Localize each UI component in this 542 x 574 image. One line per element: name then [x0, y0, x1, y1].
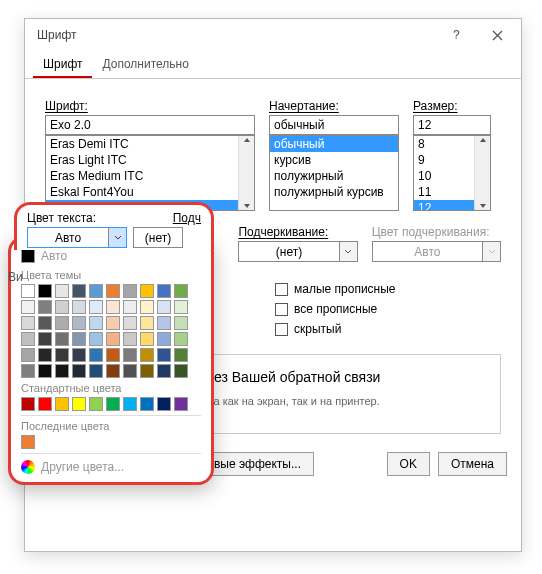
color-swatch[interactable]	[123, 348, 137, 362]
color-swatch[interactable]	[106, 332, 120, 346]
color-swatch[interactable]	[123, 316, 137, 330]
color-swatch[interactable]	[174, 364, 188, 378]
close-button[interactable]	[477, 21, 517, 49]
color-swatch[interactable]	[174, 397, 188, 411]
list-item[interactable]: Eras Demi ITC	[46, 136, 254, 152]
color-swatch[interactable]	[38, 300, 52, 314]
more-colors[interactable]: Другие цвета...	[21, 458, 201, 476]
color-swatch[interactable]	[21, 364, 35, 378]
color-swatch[interactable]	[174, 332, 188, 346]
color-swatch[interactable]	[38, 348, 52, 362]
color-swatch[interactable]	[72, 316, 86, 330]
color-swatch[interactable]	[123, 332, 137, 346]
color-swatch[interactable]	[106, 300, 120, 314]
color-swatch[interactable]	[72, 284, 86, 298]
color-swatch[interactable]	[38, 284, 52, 298]
checkbox-smallcaps[interactable]: малые прописные	[275, 282, 396, 296]
color-swatch[interactable]	[21, 284, 35, 298]
scrollbar[interactable]	[238, 136, 254, 210]
color-swatch[interactable]	[174, 300, 188, 314]
help-button[interactable]: ?	[437, 21, 477, 49]
ok-button[interactable]: OK	[387, 452, 430, 476]
color-swatch[interactable]	[21, 316, 35, 330]
color-swatch[interactable]	[123, 284, 137, 298]
color-text-combo[interactable]: Авто	[27, 227, 127, 248]
color-swatch[interactable]	[38, 332, 52, 346]
list-item[interactable]: полужирный курсив	[270, 184, 398, 200]
color-swatch[interactable]	[157, 348, 171, 362]
color-swatch[interactable]	[72, 300, 86, 314]
color-swatch[interactable]	[72, 348, 86, 362]
color-swatch[interactable]	[157, 316, 171, 330]
color-swatch[interactable]	[72, 397, 86, 411]
tab-font[interactable]: Шрифт	[33, 53, 92, 78]
color-swatch[interactable]	[21, 435, 35, 449]
list-item[interactable]: полужирный	[270, 168, 398, 184]
color-swatch[interactable]	[55, 397, 69, 411]
underline-mini-combo[interactable]: (нет)	[133, 227, 183, 248]
color-swatch[interactable]	[21, 332, 35, 346]
cancel-button[interactable]: Отмена	[438, 452, 507, 476]
color-swatch[interactable]	[140, 300, 154, 314]
tab-advanced[interactable]: Дополнительно	[92, 53, 198, 78]
color-swatch[interactable]	[89, 300, 103, 314]
list-item[interactable]: Eskal Font4You	[46, 184, 254, 200]
color-swatch[interactable]	[123, 364, 137, 378]
color-swatch[interactable]	[21, 397, 35, 411]
color-swatch[interactable]	[174, 348, 188, 362]
color-swatch[interactable]	[55, 348, 69, 362]
color-swatch[interactable]	[140, 364, 154, 378]
color-swatch[interactable]	[89, 316, 103, 330]
color-swatch[interactable]	[106, 316, 120, 330]
color-swatch[interactable]	[106, 348, 120, 362]
color-swatch[interactable]	[89, 348, 103, 362]
list-item[interactable]: курсив	[270, 152, 398, 168]
color-swatch[interactable]	[157, 284, 171, 298]
color-swatch[interactable]	[140, 316, 154, 330]
style-listbox[interactable]: обычный курсив полужирный полужирный кур…	[269, 135, 399, 211]
color-swatch[interactable]	[55, 316, 69, 330]
list-item[interactable]: Eras Medium ITC	[46, 168, 254, 184]
font-input[interactable]	[45, 115, 255, 135]
list-item[interactable]: Eras Light ITC	[46, 152, 254, 168]
color-swatch[interactable]	[21, 348, 35, 362]
color-swatch[interactable]	[55, 332, 69, 346]
color-swatch[interactable]	[157, 300, 171, 314]
underline-combo[interactable]: (нет)	[238, 241, 357, 262]
list-item[interactable]: обычный	[270, 136, 398, 152]
color-swatch[interactable]	[157, 364, 171, 378]
color-swatch[interactable]	[106, 284, 120, 298]
scrollbar[interactable]	[474, 136, 490, 210]
color-swatch[interactable]	[157, 332, 171, 346]
color-swatch[interactable]	[140, 397, 154, 411]
color-swatch[interactable]	[89, 284, 103, 298]
color-swatch[interactable]	[174, 284, 188, 298]
color-swatch[interactable]	[38, 397, 52, 411]
color-swatch[interactable]	[89, 364, 103, 378]
color-swatch[interactable]	[140, 348, 154, 362]
color-swatch[interactable]	[89, 397, 103, 411]
color-swatch[interactable]	[55, 300, 69, 314]
checkbox-hidden[interactable]: скрытый	[275, 322, 396, 336]
color-swatch[interactable]	[89, 332, 103, 346]
color-swatch[interactable]	[106, 364, 120, 378]
color-swatch[interactable]	[38, 364, 52, 378]
size-listbox[interactable]: 8 9 10 11 12	[413, 135, 491, 211]
color-swatch[interactable]	[72, 364, 86, 378]
color-swatch[interactable]	[21, 300, 35, 314]
color-swatch[interactable]	[55, 364, 69, 378]
checkbox-allcaps[interactable]: все прописные	[275, 302, 396, 316]
color-swatch[interactable]	[157, 397, 171, 411]
font-listbox[interactable]: Eras Demi ITC Eras Light ITC Eras Medium…	[45, 135, 255, 211]
color-swatch[interactable]	[140, 284, 154, 298]
size-input[interactable]	[413, 115, 491, 135]
color-swatch[interactable]	[55, 284, 69, 298]
color-swatch[interactable]	[140, 332, 154, 346]
style-input[interactable]	[269, 115, 399, 135]
color-swatch[interactable]	[174, 316, 188, 330]
color-swatch[interactable]	[38, 316, 52, 330]
color-swatch[interactable]	[106, 397, 120, 411]
color-swatch[interactable]	[123, 397, 137, 411]
color-swatch[interactable]	[72, 332, 86, 346]
color-swatch[interactable]	[123, 300, 137, 314]
